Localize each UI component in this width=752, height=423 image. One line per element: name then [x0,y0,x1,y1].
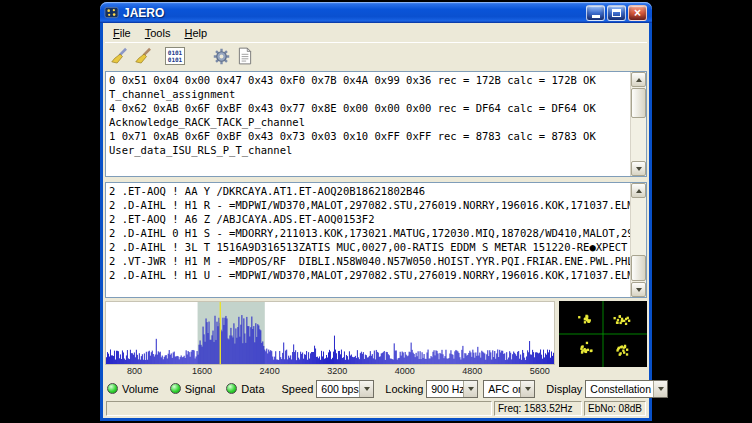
minimize-icon [592,15,600,18]
signal-label: Signal [185,383,216,395]
axis-tick-label: 4000 [395,366,415,376]
decode-log-scrollbar[interactable] [630,72,646,176]
close-icon: × [634,7,641,19]
ebno-status: EbNo: 08dB [584,401,646,416]
controls-row: Volume Signal Data Speed 600 bps Locking… [105,378,647,399]
signal-indicator: Signal [170,383,216,395]
log-line: 0 0x51 0x04 0x00 0x47 0x43 0xF0 0x7B 0x4… [109,73,630,87]
log-line: T_channel_assignment [109,87,630,101]
constellation-display [559,301,647,367]
log-line: 2 .D-AIHL ! 3L T 1516A9D316513ZATIS MUC,… [109,240,630,254]
message-log[interactable]: 2 .ET-AOQ ! AA Y /DKRCAYA.AT1.ET-AOQ20B1… [105,182,647,298]
volume-indicator: Volume [107,383,159,395]
locking-select[interactable]: 900 Hz [426,380,478,398]
maximize-button[interactable] [607,5,626,21]
axis-tick-label: 4800 [462,366,482,376]
locking-label: Locking [385,383,423,395]
menu-item-help[interactable]: Help [177,25,214,41]
scroll-down-icon[interactable] [631,161,646,176]
axis-tick-label: 5600 [530,366,550,376]
signal-led-icon [170,383,181,394]
log-line: 4 0x62 0xAB 0x6F 0xBF 0x43 0x77 0x8E 0x0… [109,101,630,115]
data-indicator: Data [226,383,264,395]
afc-select[interactable]: AFC on [483,380,535,398]
scrollbar-thumb[interactable] [631,255,646,281]
display-label: Display [546,383,582,395]
log-line: 2 .D-AIHL 0 H1 S - =MDORRY,211013.KOK,17… [109,226,630,240]
clear-top-button[interactable] [107,44,131,68]
binary-log-button[interactable]: 0101 0101 [163,44,187,68]
log-line: 1 0x71 0xAB 0x6F 0xBF 0x43 0x73 0x03 0x1… [109,129,630,143]
spectrum-display[interactable] [105,301,555,365]
volume-label: Volume [122,383,159,395]
axis-tick-label: 1600 [192,366,212,376]
title-bar[interactable]: JAERO × [100,2,652,23]
axis-tick-label: 800 [127,366,142,376]
broom-icon [110,47,129,66]
decode-log[interactable]: 0 0x51 0x04 0x00 0x47 0x43 0xF0 0x7B 0x4… [105,71,647,177]
axis-tick-label: 3200 [327,366,347,376]
log-line: User_data_ISU_RLS_P_T_channel [109,143,630,157]
menu-item-file[interactable]: File [106,25,138,41]
scroll-up-icon[interactable] [631,72,646,87]
document-icon [236,47,254,65]
chevron-down-icon [653,381,667,397]
speed-value: 600 bps [317,383,359,395]
chevron-down-icon [520,381,534,397]
visualization-row: 800160024003200400048005600 [105,301,647,378]
binary-row: 0101 [168,49,182,56]
frequency-status: Freq: 1583.52Hz [494,401,582,416]
display-value: Constellation [586,383,653,395]
close-button[interactable]: × [628,5,647,21]
scrollbar-thumb[interactable] [631,88,646,118]
broom-icon [134,47,153,66]
menu-item-tools[interactable]: Tools [138,25,178,41]
log-line: 2 .D-AIHL ! H1 R - =MDPWI/WD370,MALOT,29… [109,198,630,212]
chevron-down-icon [359,381,373,397]
log-file-button[interactable] [233,44,257,68]
chevron-down-icon [463,381,477,397]
menu-bar: FileToolsHelp [105,24,647,42]
volume-led-icon [107,383,118,394]
log-line: Acknowledge_RACK_TACK_P_channel [109,115,630,129]
gear-icon [212,47,231,66]
scroll-down-icon[interactable] [631,282,646,297]
data-label: Data [241,383,264,395]
maximize-icon [612,9,621,17]
status-bar: Freq: 1583.52Hz EbNo: 08dB [105,399,647,418]
toolbar: 0101 0101 [105,42,647,69]
binary-icon: 0101 0101 [165,47,185,65]
log-line: 2 .VT-JWR ! H1 M - =MDPOS/RF DIBLI.N58W0… [109,254,630,268]
afc-value: AFC on [484,383,520,395]
window-title: JAERO [123,6,586,20]
scroll-up-icon[interactable] [631,183,646,198]
binary-row: 0101 [168,56,182,63]
message-log-scrollbar[interactable] [630,183,646,297]
jaero-window: JAERO × FileToolsHelp [100,2,652,421]
locking-value: 900 Hz [427,383,463,395]
log-line: 2 .ET-AOQ ! AA Y /DKRCAYA.AT1.ET-AOQ20B1… [109,184,630,198]
speed-label: Speed [282,383,314,395]
data-led-icon [226,383,237,394]
axis-tick-label: 2400 [260,366,280,376]
window-frame: FileToolsHelp 0101 0101 [100,23,652,421]
clear-bottom-button[interactable] [131,44,155,68]
app-icon [104,5,119,20]
log-line: 2 .D-AIHL ! H1 U - =MDPWI/WD370,MALOT,29… [109,268,630,282]
speed-select[interactable]: 600 bps [316,380,374,398]
minimize-button[interactable] [586,5,605,21]
settings-button[interactable] [209,44,233,68]
spectrum-axis: 800160024003200400048005600 [105,365,555,378]
display-select[interactable]: Constellation [585,380,668,398]
log-line: 2 .ET-AOQ ! A6 Z /ABJCAYA.ADS.ET-AOQ0153… [109,212,630,226]
status-spacer [106,401,492,416]
